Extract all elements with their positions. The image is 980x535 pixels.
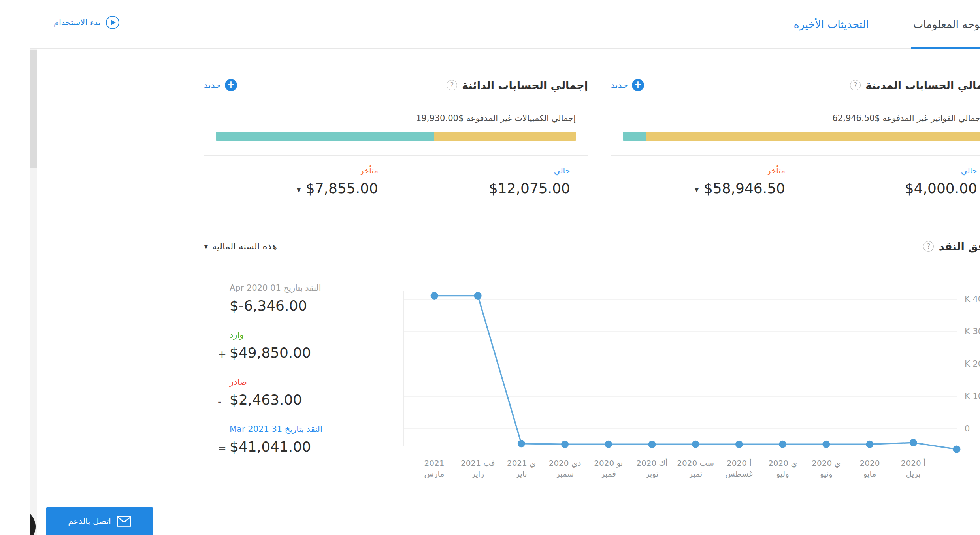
x-axis-labels: 2021مارسفب 2021رايري 2021نايردي 2020سمبر…: [373, 458, 965, 486]
receivables-help-icon[interactable]: ?: [820, 80, 831, 90]
payables-overdue-dropdown-icon[interactable]: ▼: [266, 186, 271, 193]
payables-new-button[interactable]: + جديد: [174, 79, 207, 91]
tab-recent-updates[interactable]: التحديثات الأخيرة: [764, 0, 839, 49]
tab-dashboard-label: لوحة المعلومات: [883, 18, 953, 30]
payables-overdue-amount: $7,855.00: [276, 180, 348, 196]
incoming-amount: $49,850.00: [200, 345, 281, 361]
closing-cash-row: النقد بتاريخ Mar 2021 31 = $41,041.00: [188, 424, 358, 455]
x-axis-label: نو 2020فمبر: [555, 458, 602, 479]
receivables-overdue-dropdown-icon[interactable]: ▼: [664, 186, 669, 193]
receivables-card: إجمالي الفواتير غير المدفوعة 62,946.50$ …: [581, 100, 965, 213]
x-axis-label: ي 2020ونيو: [773, 458, 820, 479]
x-axis-label: أ 2020بريل: [859, 458, 907, 479]
receivables-caption: إجمالي الفواتير غير المدفوعة 62,946.50$: [593, 113, 953, 123]
getting-started-link[interactable]: بدء الاستخدام: [24, 16, 89, 29]
payables-section: إجمالي الحسابات الدائنة ? + جديد إجمالي …: [174, 76, 558, 213]
tab-recent-updates-label: التحديثات الأخيرة: [764, 18, 839, 30]
active-tab-underline: [881, 47, 956, 49]
contact-support-button[interactable]: اتصل بالدعم: [16, 507, 123, 535]
payables-new-label: جديد: [174, 80, 191, 90]
svg-text:K 10: K 10: [935, 392, 953, 401]
x-axis-label: سب 2020تمبر: [642, 458, 689, 479]
payables-help-icon[interactable]: ?: [416, 80, 427, 90]
receivables-current-amount: $4,000.00: [875, 180, 947, 196]
receivables-section: إجمالي الحسابات المدينة ? + جديد إجمالي …: [581, 76, 965, 213]
envelope-icon: [87, 516, 101, 527]
receivables-caption-text: إجمالي الفواتير غير المدفوعة: [852, 113, 953, 123]
outgoing-row: صادر - $2,463.00: [188, 377, 358, 408]
play-circle-icon: [76, 16, 89, 29]
incoming-label: وارد: [200, 330, 213, 340]
payables-current-label: حالي: [366, 166, 540, 175]
opening-cash-label: النقد بتاريخ: [254, 283, 291, 293]
payables-card: إجمالي الكمبيالات غير المدفوعة 19,930.00…: [174, 100, 558, 213]
x-axis-label: 2020مايو: [816, 458, 863, 479]
incoming-row: وارد + $49,850.00: [188, 330, 358, 361]
receivables-overdue-cell: متأخر ▼$58,946.50: [581, 156, 773, 213]
x-axis-label: ي 2021ناير: [467, 458, 515, 479]
fiscal-year-label: هذه السنة المالية: [182, 241, 247, 251]
getting-started-label: بدء الاستخدام: [24, 18, 71, 27]
cashflow-help-icon[interactable]: ?: [893, 241, 904, 252]
closing-cash-amount: $41,041.00: [200, 439, 281, 455]
chevron-down-icon: ▼: [174, 243, 178, 249]
vertical-scrollbar-track[interactable]: [0, 49, 7, 535]
payables-overdue-segment: [404, 132, 546, 141]
cashflow-title: تدفق النقد: [908, 240, 965, 252]
fiscal-year-dropdown[interactable]: هذه السنة المالية ▼: [174, 241, 247, 251]
x-axis-label: دي 2020سمبر: [511, 458, 559, 479]
payables-caption-amount: 19,930.00$: [386, 113, 433, 123]
cashflow-header: تدفق النقد ? هذه السنة المالية ▼: [174, 236, 965, 256]
receivables-overdue-label: متأخر: [581, 166, 755, 175]
svg-text:K 40: K 40: [935, 294, 953, 304]
cashflow-card: النقد بتاريخ Apr 2020 01 $-6,346.00 وارد…: [174, 266, 965, 511]
contact-support-label: اتصل بالدعم: [38, 516, 81, 526]
svg-text:0: 0: [935, 424, 940, 433]
receivables-current-cell: حالي $4,000.00: [773, 156, 965, 213]
plus-prefix: +: [188, 349, 200, 360]
payables-current-amount: $12,075.00: [459, 180, 540, 196]
closing-cash-label: النقد بتاريخ: [255, 424, 292, 434]
opening-cash-amount: $-6,346.00: [200, 298, 277, 314]
x-axis-label: ي 2020وليو: [729, 458, 776, 479]
payables-title: إجمالي الحسابات الدائنة: [432, 79, 558, 91]
svg-text:K 30: K 30: [935, 327, 953, 336]
payables-overdue-label: متأخر: [174, 166, 348, 175]
cashflow-line-chart: K 40K 30K 20K 100: [373, 268, 965, 454]
cashflow-summary: النقد بتاريخ Apr 2020 01 $-6,346.00 وارد…: [188, 283, 358, 471]
opening-cash-row: النقد بتاريخ Apr 2020 01 $-6,346.00: [188, 283, 358, 314]
top-header: لوحة المعلومات التحديثات الأخيرة بدء الا…: [0, 0, 980, 49]
tab-dashboard[interactable]: لوحة المعلومات: [883, 0, 953, 49]
equals-prefix: =: [188, 443, 200, 454]
payables-caption-text: إجمالي الكمبيالات غير المدفوعة: [436, 113, 546, 123]
payables-progress-bar: [186, 132, 546, 141]
plus-icon: +: [602, 79, 614, 91]
x-axis-label: أ 2020غسطس: [685, 458, 733, 479]
x-axis-label: 2021مارس: [381, 458, 428, 479]
payables-caption: إجمالي الكمبيالات غير المدفوعة 19,930.00…: [186, 113, 546, 123]
closing-cash-date: Mar 2021 31: [200, 424, 252, 434]
receivables-title: إجمالي الحسابات المدينة: [835, 79, 965, 91]
receivables-overdue-segment: [616, 132, 953, 141]
svg-text:K 20: K 20: [935, 359, 953, 369]
payables-overdue-cell: متأخر ▼$7,855.00: [174, 156, 366, 213]
outgoing-label: صادر: [200, 377, 217, 387]
receivables-new-label: جديد: [581, 80, 598, 90]
receivables-new-button[interactable]: + جديد: [581, 79, 614, 91]
vertical-scrollbar-thumb[interactable]: [0, 50, 7, 168]
receivables-current-label: حالي: [773, 166, 947, 175]
cashflow-chart: K 40K 30K 20K 100 2021مارسفب 2021رايري 2…: [373, 268, 965, 509]
opening-cash-date: Apr 2020 01: [200, 283, 251, 293]
header-tabs: لوحة المعلومات التحديثات الأخيرة: [764, 0, 953, 49]
plus-icon: +: [195, 79, 207, 91]
payables-current-segment: [186, 132, 404, 141]
receivables-current-segment: [593, 132, 616, 141]
x-axis-label: فب 2021راير: [424, 458, 471, 479]
receivables-caption-amount: 62,946.50$: [802, 113, 850, 123]
minus-prefix: -: [188, 396, 200, 407]
payables-current-cell: حالي $12,075.00: [366, 156, 558, 213]
x-axis-label: أك 2020توبر: [598, 458, 646, 479]
receivables-progress-bar: [593, 132, 953, 141]
outgoing-amount: $2,463.00: [200, 392, 272, 408]
receivables-overdue-amount: $58,946.50: [674, 180, 755, 196]
